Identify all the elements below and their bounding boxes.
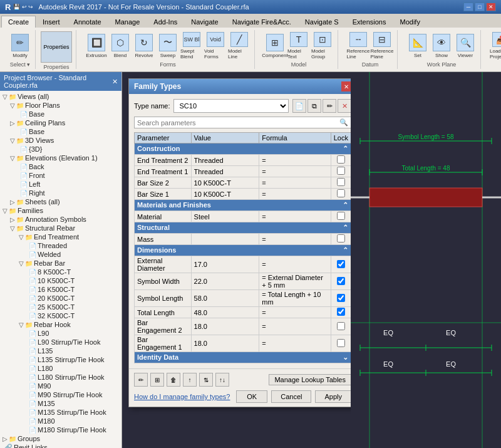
dialog-close-btn[interactable]: ✕	[341, 81, 351, 91]
lock-bar-size-1[interactable]	[334, 189, 348, 197]
tree-l135-stirrup[interactable]: 📄L135 Stirrup/Tie Hook	[28, 355, 120, 364]
type-name-select[interactable]: SC10	[173, 99, 289, 113]
tree-revit-links[interactable]: 🔗Revit Links	[1, 443, 120, 448]
ribbon-icon-component[interactable]: ⊞ Component	[264, 32, 286, 60]
tree-annotation-symbols[interactable]: ▷📁Annotation Symbols	[10, 215, 120, 224]
tree-l180[interactable]: 📄L180	[28, 364, 120, 373]
tree-groups[interactable]: ▷📁Groups	[1, 434, 120, 443]
type-new-btn[interactable]: 📄	[292, 99, 306, 113]
val-end-treatment-2[interactable]	[194, 157, 257, 164]
tree-ceiling-plans[interactable]: ▷📁Ceiling Plans	[10, 118, 120, 127]
val-external-diameter[interactable]	[194, 261, 257, 268]
lock-external-diameter[interactable]	[334, 260, 348, 268]
tree-families[interactable]: ▽📁Families	[1, 206, 120, 215]
val-bar-size-1[interactable]	[194, 190, 257, 198]
lock-symbol-width[interactable]	[334, 277, 348, 285]
val-bar-size-2[interactable]	[194, 179, 257, 187]
tab-annotate[interactable]: Annotate	[67, 16, 108, 28]
tree-32k[interactable]: 📄32 K500C-T	[28, 311, 120, 320]
section-structural[interactable]: Structural ⌃	[135, 222, 351, 234]
tree-left[interactable]: 📄Left	[19, 180, 120, 189]
ribbon-icon-model-text[interactable]: T Model Text	[287, 32, 310, 60]
ok-btn[interactable]: OK	[236, 390, 267, 403]
ribbon-icon-show[interactable]: 👁 Show	[430, 32, 453, 60]
tree-sheets[interactable]: ▷📁Sheets (all)	[10, 197, 120, 206]
tree-m135-stirrup[interactable]: 📄M135 Stirrup/Tie Hook	[28, 408, 120, 417]
lock-bar-size-2[interactable]	[334, 178, 348, 186]
ribbon-icon-void-forms[interactable]: Void Void Forms	[204, 32, 227, 60]
tree-m135[interactable]: 📄M135	[28, 399, 120, 408]
val-mass[interactable]	[194, 236, 257, 243]
tree-16k[interactable]: 📄16 K500C-T	[28, 285, 120, 294]
footer-delete-param-btn[interactable]: 🗑	[167, 373, 180, 387]
tree-rebar-bar[interactable]: ▽📁Rebar Bar	[19, 259, 120, 268]
tab-modify[interactable]: Modify	[393, 16, 426, 28]
ribbon-icon-swept-blend[interactable]: SW Bl Swept Blend	[180, 32, 203, 60]
manage-lookup-tables-btn[interactable]: Manage Lookup Tables	[269, 374, 351, 385]
maximize-btn[interactable]: □	[475, 3, 485, 11]
ribbon-icon-revolve[interactable]: ↻ Revolve	[133, 32, 155, 60]
section-dimensions[interactable]: Dimensions ⌃	[135, 245, 351, 256]
close-btn[interactable]: ✕	[486, 3, 496, 11]
search-input[interactable]	[137, 119, 339, 127]
ribbon-icon-sweep[interactable]: 〜 Sweep	[157, 32, 179, 60]
help-link[interactable]: How do I manage family types?	[134, 393, 232, 400]
tab-navigate-fire[interactable]: Navigate Fire&Acc.	[225, 16, 298, 28]
tree-base-floor[interactable]: 📄Base	[19, 110, 120, 118]
lock-material[interactable]	[334, 212, 348, 220]
val-total-length[interactable]	[194, 309, 257, 316]
tree-structural-rebar[interactable]: ▽📁Structural Rebar	[10, 224, 120, 232]
tab-manage[interactable]: Manage	[108, 16, 147, 28]
lock-bar-engagement-1[interactable]	[334, 339, 348, 347]
tree-20k[interactable]: 📄20 K500C-T	[28, 294, 120, 303]
tree-8k[interactable]: 📄8 K500C-T	[28, 268, 120, 276]
tree-threaded[interactable]: 📄Threaded	[28, 241, 120, 250]
ribbon-icon-extrusion[interactable]: 🔲 Extrusion	[85, 32, 108, 60]
tree-l135[interactable]: 📄L135	[28, 346, 120, 355]
type-delete-btn[interactable]: ✕	[338, 99, 351, 113]
val-bar-engagement-2[interactable]	[194, 323, 257, 330]
tab-navigate-s[interactable]: Navigate S	[298, 16, 346, 28]
lock-end-treatment-2[interactable]	[334, 155, 348, 164]
tab-extensions[interactable]: Extensions	[346, 16, 393, 28]
lock-end-treatment-1[interactable]	[334, 167, 348, 175]
type-rename-btn[interactable]: ✏	[323, 99, 336, 113]
tree-rebar-hook[interactable]: ▽📁Rebar Hook	[19, 320, 120, 329]
ribbon-icon-load-into[interactable]: 📤 Load into Project	[490, 32, 501, 60]
tree-elevations[interactable]: ▽📁Elevations (Elevation 1)	[10, 154, 120, 162]
ribbon-icon-ref-line[interactable]: ╌ Reference Line	[347, 32, 369, 60]
tree-m180-stirrup[interactable]: 📄M180 Stirrup/Tie Hook	[28, 425, 120, 434]
val-end-treatment-1[interactable]	[194, 168, 257, 175]
section-construction[interactable]: Construction ⌃	[135, 143, 351, 155]
ribbon-icon-model-group[interactable]: ⊡ Model Group	[311, 32, 334, 60]
tree-3d[interactable]: 📄{3D}	[19, 145, 120, 154]
lock-bar-engagement-2[interactable]	[334, 322, 348, 330]
panel-close-btn[interactable]: ✕	[112, 78, 118, 86]
tree-front[interactable]: 📄Front	[19, 171, 120, 180]
tab-navigate[interactable]: Navigate	[184, 16, 225, 28]
tree-10k[interactable]: 📄10 K500C-T	[28, 276, 120, 285]
val-bar-engagement-1[interactable]	[194, 340, 257, 347]
ribbon-icon-model-line[interactable]: ╱ Model Line	[228, 32, 250, 60]
tree-m180[interactable]: 📄M180	[28, 417, 120, 425]
tree-views-all[interactable]: ▽📁Views (all)	[1, 92, 120, 101]
section-identity-data[interactable]: Identity Data ⌄	[135, 352, 351, 363]
ribbon-icon-ref-plane[interactable]: ⊟ Reference Plane	[371, 32, 393, 60]
ribbon-icon-props-btn1[interactable]: Properties	[41, 31, 72, 63]
footer-move-up-btn[interactable]: ↑	[183, 373, 197, 387]
ribbon-icon-blend[interactable]: ⬡ Blend	[109, 32, 132, 60]
tree-right[interactable]: 📄Right	[19, 189, 120, 197]
tree-m90-stirrup[interactable]: 📄M90 Stirrup/Tie Hook	[28, 390, 120, 399]
minimize-btn[interactable]: ─	[463, 3, 473, 11]
lock-symbol-length[interactable]	[334, 294, 348, 302]
tree-l90[interactable]: 📄L90	[28, 329, 120, 338]
section-materials[interactable]: Materials and Finishes ⌃	[135, 200, 351, 211]
footer-new-param-btn[interactable]: ⊞	[150, 373, 164, 387]
tab-create[interactable]: Create	[1, 16, 36, 28]
ribbon-icon-set[interactable]: 📐 Set	[406, 32, 429, 60]
tree-l90-stirrup[interactable]: 📄L90 Stirrup/Tie Hook	[28, 338, 120, 346]
tree-3d-views[interactable]: ▽📁3D Views	[10, 136, 120, 145]
type-duplicate-btn[interactable]: ⧉	[307, 99, 321, 113]
tree-welded[interactable]: 📄Welded	[28, 250, 120, 259]
ribbon-icon-viewer[interactable]: 🔍 Viewer	[454, 32, 477, 60]
